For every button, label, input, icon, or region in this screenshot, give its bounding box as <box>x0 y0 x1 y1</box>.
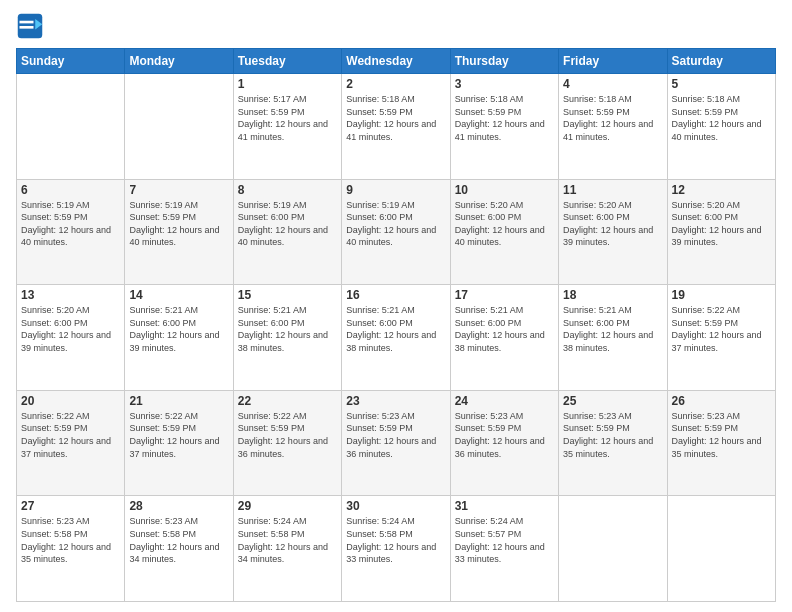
day-number: 12 <box>672 183 771 197</box>
day-number: 20 <box>21 394 120 408</box>
day-number: 7 <box>129 183 228 197</box>
calendar-cell: 20Sunrise: 5:22 AM Sunset: 5:59 PM Dayli… <box>17 390 125 496</box>
calendar-cell: 3Sunrise: 5:18 AM Sunset: 5:59 PM Daylig… <box>450 74 558 180</box>
day-number: 4 <box>563 77 662 91</box>
day-info: Sunrise: 5:19 AM Sunset: 5:59 PM Dayligh… <box>21 199 120 249</box>
day-number: 15 <box>238 288 337 302</box>
calendar-cell <box>667 496 775 602</box>
day-number: 13 <box>21 288 120 302</box>
calendar-cell: 27Sunrise: 5:23 AM Sunset: 5:58 PM Dayli… <box>17 496 125 602</box>
day-of-week-header: Saturday <box>667 49 775 74</box>
day-info: Sunrise: 5:20 AM Sunset: 6:00 PM Dayligh… <box>455 199 554 249</box>
calendar-cell: 25Sunrise: 5:23 AM Sunset: 5:59 PM Dayli… <box>559 390 667 496</box>
calendar-cell: 12Sunrise: 5:20 AM Sunset: 6:00 PM Dayli… <box>667 179 775 285</box>
day-number: 22 <box>238 394 337 408</box>
svg-rect-2 <box>20 21 34 24</box>
day-number: 26 <box>672 394 771 408</box>
day-number: 19 <box>672 288 771 302</box>
calendar-cell: 19Sunrise: 5:22 AM Sunset: 5:59 PM Dayli… <box>667 285 775 391</box>
logo-icon <box>16 12 44 40</box>
day-number: 9 <box>346 183 445 197</box>
calendar-cell: 1Sunrise: 5:17 AM Sunset: 5:59 PM Daylig… <box>233 74 341 180</box>
day-info: Sunrise: 5:23 AM Sunset: 5:59 PM Dayligh… <box>672 410 771 460</box>
day-of-week-header: Sunday <box>17 49 125 74</box>
day-info: Sunrise: 5:23 AM Sunset: 5:59 PM Dayligh… <box>346 410 445 460</box>
day-number: 1 <box>238 77 337 91</box>
calendar-week-row: 27Sunrise: 5:23 AM Sunset: 5:58 PM Dayli… <box>17 496 776 602</box>
calendar-cell: 14Sunrise: 5:21 AM Sunset: 6:00 PM Dayli… <box>125 285 233 391</box>
day-number: 18 <box>563 288 662 302</box>
day-info: Sunrise: 5:22 AM Sunset: 5:59 PM Dayligh… <box>21 410 120 460</box>
day-info: Sunrise: 5:21 AM Sunset: 6:00 PM Dayligh… <box>346 304 445 354</box>
calendar-cell: 26Sunrise: 5:23 AM Sunset: 5:59 PM Dayli… <box>667 390 775 496</box>
day-info: Sunrise: 5:24 AM Sunset: 5:58 PM Dayligh… <box>238 515 337 565</box>
calendar-cell: 30Sunrise: 5:24 AM Sunset: 5:58 PM Dayli… <box>342 496 450 602</box>
day-of-week-header: Wednesday <box>342 49 450 74</box>
day-number: 3 <box>455 77 554 91</box>
calendar-cell: 31Sunrise: 5:24 AM Sunset: 5:57 PM Dayli… <box>450 496 558 602</box>
calendar-week-row: 1Sunrise: 5:17 AM Sunset: 5:59 PM Daylig… <box>17 74 776 180</box>
day-info: Sunrise: 5:19 AM Sunset: 6:00 PM Dayligh… <box>346 199 445 249</box>
day-info: Sunrise: 5:18 AM Sunset: 5:59 PM Dayligh… <box>672 93 771 143</box>
calendar-cell: 23Sunrise: 5:23 AM Sunset: 5:59 PM Dayli… <box>342 390 450 496</box>
calendar-table: SundayMondayTuesdayWednesdayThursdayFrid… <box>16 48 776 602</box>
day-number: 30 <box>346 499 445 513</box>
day-number: 16 <box>346 288 445 302</box>
day-number: 31 <box>455 499 554 513</box>
day-info: Sunrise: 5:22 AM Sunset: 5:59 PM Dayligh… <box>672 304 771 354</box>
calendar-cell: 11Sunrise: 5:20 AM Sunset: 6:00 PM Dayli… <box>559 179 667 285</box>
calendar-cell <box>125 74 233 180</box>
day-info: Sunrise: 5:20 AM Sunset: 6:00 PM Dayligh… <box>563 199 662 249</box>
header-row: SundayMondayTuesdayWednesdayThursdayFrid… <box>17 49 776 74</box>
day-number: 23 <box>346 394 445 408</box>
calendar-cell: 22Sunrise: 5:22 AM Sunset: 5:59 PM Dayli… <box>233 390 341 496</box>
calendar-header: SundayMondayTuesdayWednesdayThursdayFrid… <box>17 49 776 74</box>
day-number: 8 <box>238 183 337 197</box>
day-info: Sunrise: 5:24 AM Sunset: 5:58 PM Dayligh… <box>346 515 445 565</box>
day-info: Sunrise: 5:22 AM Sunset: 5:59 PM Dayligh… <box>129 410 228 460</box>
page: SundayMondayTuesdayWednesdayThursdayFrid… <box>0 0 792 612</box>
day-info: Sunrise: 5:22 AM Sunset: 5:59 PM Dayligh… <box>238 410 337 460</box>
day-info: Sunrise: 5:19 AM Sunset: 6:00 PM Dayligh… <box>238 199 337 249</box>
day-number: 29 <box>238 499 337 513</box>
day-of-week-header: Friday <box>559 49 667 74</box>
day-number: 24 <box>455 394 554 408</box>
calendar-cell <box>559 496 667 602</box>
calendar-cell: 24Sunrise: 5:23 AM Sunset: 5:59 PM Dayli… <box>450 390 558 496</box>
calendar-cell: 16Sunrise: 5:21 AM Sunset: 6:00 PM Dayli… <box>342 285 450 391</box>
svg-rect-3 <box>20 26 34 29</box>
header <box>16 12 776 40</box>
day-number: 28 <box>129 499 228 513</box>
day-number: 11 <box>563 183 662 197</box>
day-info: Sunrise: 5:24 AM Sunset: 5:57 PM Dayligh… <box>455 515 554 565</box>
day-number: 17 <box>455 288 554 302</box>
day-info: Sunrise: 5:20 AM Sunset: 6:00 PM Dayligh… <box>672 199 771 249</box>
day-info: Sunrise: 5:21 AM Sunset: 6:00 PM Dayligh… <box>238 304 337 354</box>
day-of-week-header: Tuesday <box>233 49 341 74</box>
day-number: 10 <box>455 183 554 197</box>
day-of-week-header: Thursday <box>450 49 558 74</box>
calendar-week-row: 20Sunrise: 5:22 AM Sunset: 5:59 PM Dayli… <box>17 390 776 496</box>
day-info: Sunrise: 5:21 AM Sunset: 6:00 PM Dayligh… <box>129 304 228 354</box>
calendar-cell: 28Sunrise: 5:23 AM Sunset: 5:58 PM Dayli… <box>125 496 233 602</box>
calendar-cell: 4Sunrise: 5:18 AM Sunset: 5:59 PM Daylig… <box>559 74 667 180</box>
day-info: Sunrise: 5:18 AM Sunset: 5:59 PM Dayligh… <box>455 93 554 143</box>
day-number: 6 <box>21 183 120 197</box>
day-info: Sunrise: 5:23 AM Sunset: 5:58 PM Dayligh… <box>129 515 228 565</box>
day-number: 14 <box>129 288 228 302</box>
calendar-cell: 6Sunrise: 5:19 AM Sunset: 5:59 PM Daylig… <box>17 179 125 285</box>
day-info: Sunrise: 5:18 AM Sunset: 5:59 PM Dayligh… <box>346 93 445 143</box>
day-info: Sunrise: 5:23 AM Sunset: 5:59 PM Dayligh… <box>563 410 662 460</box>
day-number: 27 <box>21 499 120 513</box>
calendar-cell <box>17 74 125 180</box>
day-info: Sunrise: 5:23 AM Sunset: 5:59 PM Dayligh… <box>455 410 554 460</box>
calendar-cell: 13Sunrise: 5:20 AM Sunset: 6:00 PM Dayli… <box>17 285 125 391</box>
day-info: Sunrise: 5:23 AM Sunset: 5:58 PM Dayligh… <box>21 515 120 565</box>
calendar-cell: 29Sunrise: 5:24 AM Sunset: 5:58 PM Dayli… <box>233 496 341 602</box>
calendar-cell: 10Sunrise: 5:20 AM Sunset: 6:00 PM Dayli… <box>450 179 558 285</box>
calendar-week-row: 6Sunrise: 5:19 AM Sunset: 5:59 PM Daylig… <box>17 179 776 285</box>
logo <box>16 12 48 40</box>
day-of-week-header: Monday <box>125 49 233 74</box>
calendar-cell: 18Sunrise: 5:21 AM Sunset: 6:00 PM Dayli… <box>559 285 667 391</box>
day-number: 25 <box>563 394 662 408</box>
